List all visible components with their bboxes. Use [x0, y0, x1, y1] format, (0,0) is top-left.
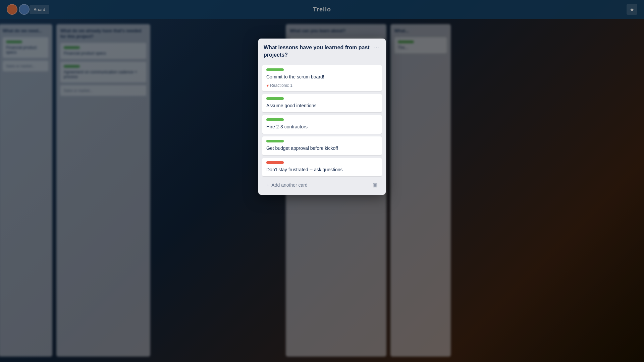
bg-card: Financial product specs	[60, 43, 146, 59]
bg-label	[398, 41, 414, 43]
card-title: Get budget approval before kickoff	[266, 145, 378, 152]
focused-column: What lessons have you learned from past …	[258, 39, 386, 195]
card-label-green	[266, 118, 284, 121]
bg-label	[6, 41, 22, 43]
bg-card-text: The...	[398, 45, 443, 50]
bg-card: Agreement on communication cadence + pro…	[60, 62, 146, 82]
card-label-green	[266, 140, 284, 142]
star-action[interactable]: ★	[627, 4, 637, 15]
card-budget-approval[interactable]: Get budget approval before kickoff	[262, 136, 382, 155]
heart-icon: ♥	[266, 83, 269, 88]
reactions-count: Reactions: 1	[270, 83, 292, 88]
card-label-green	[266, 97, 284, 100]
column-header: What lessons have you learned from past …	[262, 43, 382, 61]
add-card-label: Add another card	[271, 182, 307, 188]
bg-card-text: Sales or market...	[64, 88, 143, 93]
bg-col-title: What can you learn about?	[290, 28, 382, 34]
card-title: Don't stay frustrated -- ask questions	[266, 167, 378, 173]
bg-col-title: What do we need...	[3, 28, 48, 34]
bg-card: Sales or market...	[3, 61, 48, 71]
bg-card-text: Financial product specs	[6, 45, 45, 55]
card-title: Hire 2-3 contractors	[266, 124, 378, 130]
navbar: Board Trello ★	[0, 0, 644, 19]
plus-icon: +	[266, 182, 269, 188]
bg-label	[64, 46, 80, 49]
card-label-red	[266, 161, 284, 164]
app-logo: Trello	[313, 6, 331, 13]
column-title: What lessons have you learned from past …	[264, 44, 373, 58]
add-card-left: + Add another card	[266, 182, 308, 188]
card-label-green	[266, 68, 284, 71]
card-title: Commit to the scrum board!	[266, 74, 378, 80]
card-title: Assume good intentions	[266, 103, 378, 109]
card-dont-stay-frustrated[interactable]: Don't stay frustrated -- ask questions	[262, 158, 382, 177]
card-commit-scrum[interactable]: Commit to the scrum board! ♥ Reactions: …	[262, 65, 382, 91]
board-button[interactable]: Board	[30, 5, 49, 14]
avatar	[19, 4, 30, 15]
avatar-group	[7, 4, 30, 15]
avatar	[7, 4, 17, 15]
bg-card-text: Agreement on communication cadence + pro…	[64, 70, 143, 79]
bg-col-second: What do we already have that's needed fo…	[56, 24, 150, 357]
column-menu-button[interactable]: ···	[373, 44, 380, 51]
card-hire-contractors[interactable]: Hire 2-3 contractors	[262, 115, 382, 134]
card-reactions: ♥ Reactions: 1	[266, 83, 378, 88]
bg-col-fifth: What... The...	[390, 24, 451, 357]
bg-col-title: What do we already have that's needed fo…	[60, 28, 146, 40]
bg-card: Sales or market...	[60, 85, 146, 96]
bg-card-text: Sales or market...	[6, 64, 45, 68]
add-card-button[interactable]: + Add another card ▣	[262, 179, 382, 191]
bg-card: The...	[394, 37, 447, 53]
card-assume-good[interactable]: Assume good intentions	[262, 94, 382, 113]
navbar-right: ★	[627, 4, 637, 15]
bg-col-title: What...	[394, 28, 447, 34]
template-icon: ▣	[373, 182, 378, 188]
bg-label	[64, 65, 80, 68]
bg-card: Financial product specs	[3, 37, 48, 58]
bg-col-left: What do we need... Financial product spe…	[0, 24, 52, 357]
bg-card-text: Financial product specs	[64, 51, 143, 56]
